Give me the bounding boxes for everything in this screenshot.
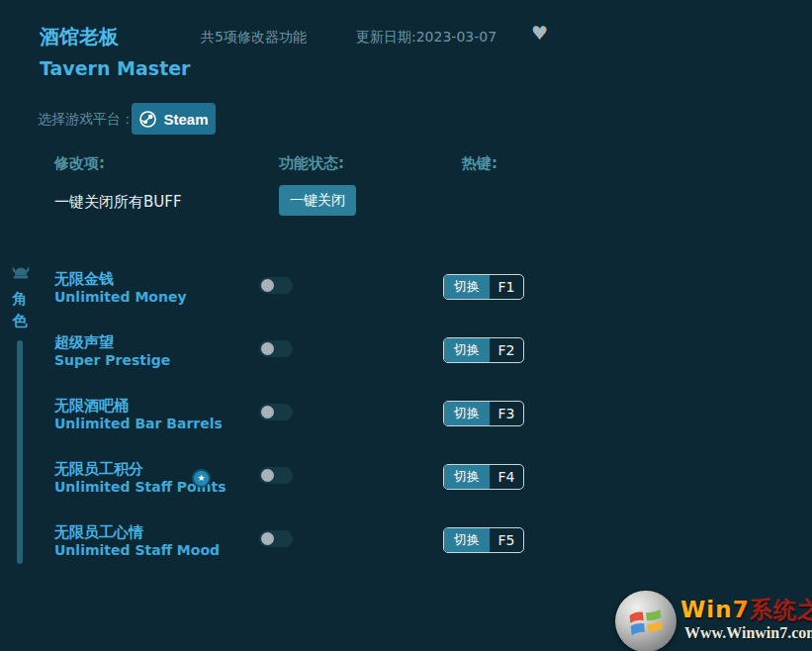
toggle-knob [261, 406, 274, 418]
hotkey-action-label: 切换 [444, 465, 490, 489]
hotkey-button[interactable]: 切换 F2 [443, 337, 524, 363]
cheat-row: 无限酒吧桶 Unlimited Bar Barrels 切换 F3 [0, 390, 554, 453]
hotkey-button[interactable]: 切换 F4 [443, 464, 524, 490]
cheat-toggle[interactable] [259, 404, 293, 420]
column-header-hotkey: 热键: [462, 154, 497, 173]
star-glyph: ★ [197, 474, 205, 483]
cheat-name-cn: 超级声望 [54, 334, 170, 351]
hotkey-button[interactable]: 切换 F1 [443, 274, 524, 300]
hotkey-action-label: 切换 [444, 338, 490, 362]
toggle-knob [261, 279, 274, 292]
hotkey-action-label: 切换 [444, 528, 490, 552]
cheat-name-cn: 无限员工心情 [54, 524, 220, 541]
close-all-buff-label: 一键关闭所有BUFF [54, 193, 182, 212]
watermark-url: Www.Winwin7.com [684, 624, 812, 642]
feature-count-label: 共5项修改器功能 [201, 29, 307, 46]
star-badge-icon: ★ [192, 469, 211, 488]
close-all-buff-button[interactable]: 一键关闭 [279, 185, 356, 216]
update-date-label: 更新日期:2023-03-07 [356, 29, 496, 46]
cheat-name-cn: 无限酒吧桶 [54, 398, 223, 415]
cheat-toggle[interactable] [259, 277, 293, 294]
cheat-toggle[interactable] [259, 340, 293, 357]
heart-icon[interactable]: ♥ [531, 24, 548, 43]
cheat-row: 无限员工心情 Unlimited Staff Mood 切换 F5 [0, 516, 554, 580]
hotkey-key-label: F1 [490, 275, 523, 299]
cheat-name-cn: 无限金钱 [54, 271, 187, 288]
cheat-labels: 无限酒吧桶 Unlimited Bar Barrels [54, 398, 223, 432]
cheat-row: 无限员工积分 Unlimited Staff Points ★ 切换 F4 [0, 453, 554, 516]
steam-button-label: Steam [163, 111, 208, 128]
watermark-brand: Win7系统之家 [680, 595, 812, 625]
game-title-cn: 酒馆老板 [40, 24, 119, 50]
brand-win: Win [680, 597, 733, 622]
cheat-labels: 无限金钱 Unlimited Money [54, 271, 187, 306]
column-header-status: 功能状态: [279, 154, 344, 173]
hotkey-key-label: F3 [490, 402, 523, 425]
column-header-item: 修改项: [54, 154, 105, 173]
cheat-toggle[interactable] [259, 530, 293, 547]
hotkey-action-label: 切换 [444, 275, 490, 299]
winwin7-watermark: Win7系统之家 Www.Winwin7.com [611, 589, 812, 651]
toggle-knob [261, 342, 274, 355]
hotkey-action-label: 切换 [444, 402, 490, 425]
hotkey-key-label: F2 [490, 338, 523, 362]
cheat-toggle[interactable] [259, 467, 293, 484]
cheat-name-en: Unlimited Money [54, 289, 187, 306]
toggle-knob [261, 469, 274, 482]
cheat-labels: 无限员工心情 Unlimited Staff Mood [54, 524, 220, 559]
cheat-row: 无限金钱 Unlimited Money 切换 F1 [0, 263, 554, 326]
cheat-name-en: Unlimited Staff Mood [54, 542, 220, 559]
windows-flag-icon [615, 591, 677, 651]
steam-icon [138, 110, 157, 129]
cheat-row: 超级声望 Super Prestige 切换 F2 [0, 326, 554, 390]
toggle-knob [261, 532, 274, 545]
hotkey-button[interactable]: 切换 F5 [443, 527, 524, 553]
cheat-labels: 超级声望 Super Prestige [54, 334, 170, 369]
hotkey-key-label: F5 [490, 528, 523, 552]
cheat-name-en: Unlimited Bar Barrels [54, 416, 223, 432]
brand-cn: 系统之家 [750, 597, 812, 622]
steam-platform-button[interactable]: Steam [132, 103, 216, 135]
game-title-en: Tavern Master [40, 57, 191, 79]
cheat-name-en: Super Prestige [54, 352, 170, 369]
platform-select-label: 选择游戏平台： [38, 111, 135, 129]
hotkey-button[interactable]: 切换 F3 [443, 401, 524, 426]
brand-seven: 7 [733, 597, 750, 622]
trainer-window: 酒馆老板 共5项修改器功能 更新日期:2023-03-07 ♥ Tavern M… [0, 0, 812, 651]
hotkey-key-label: F4 [490, 465, 523, 489]
